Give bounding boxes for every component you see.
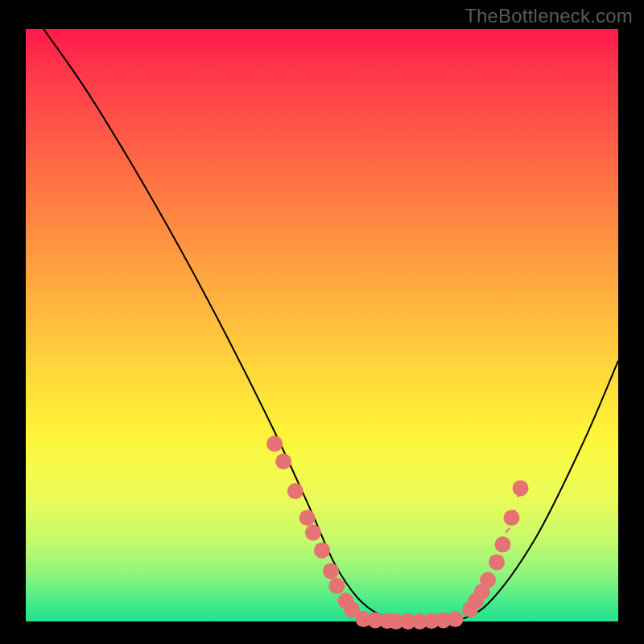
marker-dot xyxy=(494,536,510,552)
scatter-dots xyxy=(266,436,528,630)
chart-svg xyxy=(26,29,618,621)
marker-dot xyxy=(275,453,291,469)
marker-dot xyxy=(504,510,520,526)
watermark-label: TheBottleneck.com xyxy=(464,5,633,27)
plot-area xyxy=(26,29,618,621)
marker-dot xyxy=(328,578,345,594)
marker-tick xyxy=(506,528,510,533)
marker-dot xyxy=(489,554,505,570)
marker-dot xyxy=(266,436,283,452)
marker-dot xyxy=(314,543,330,559)
marker-dot xyxy=(448,611,464,627)
marker-dot xyxy=(305,525,321,541)
marker-dot xyxy=(323,563,339,579)
marker-dot xyxy=(299,510,316,526)
marker-dot xyxy=(287,483,303,499)
bottleneck-curve xyxy=(43,29,618,623)
chart-container: TheBottleneck.com xyxy=(0,0,644,644)
